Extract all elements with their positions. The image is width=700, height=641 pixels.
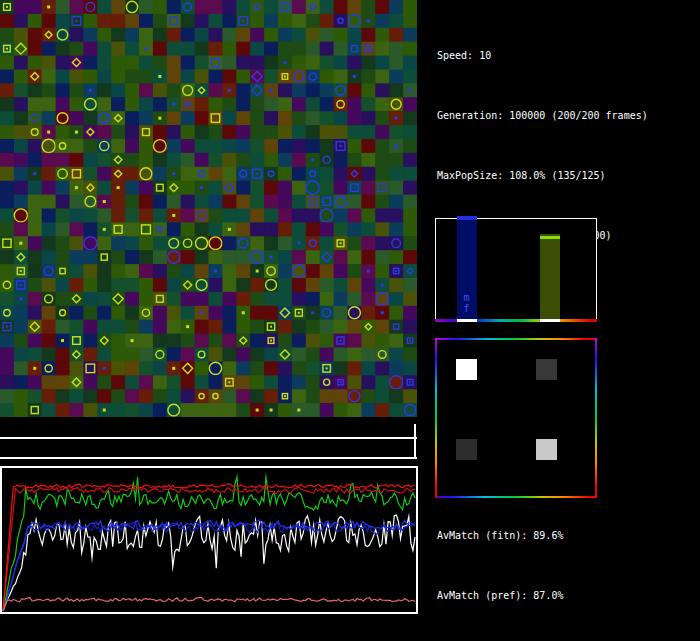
timeseries-canvas	[2, 468, 416, 612]
histogram-axis-marker-male	[457, 319, 477, 322]
stat-avmatch-pref: AvMatch (pref): 87.0%	[437, 586, 648, 606]
simulation-window: Speed: 10 Generation: 100000 (200/200 fr…	[0, 0, 700, 641]
matrix-border-top	[435, 338, 597, 340]
matrix-border-right	[595, 338, 597, 498]
stat-speed: Speed: 10	[437, 46, 648, 66]
histogram-hue-axis	[435, 319, 597, 322]
histogram-bar-female	[540, 234, 560, 319]
matrix-border-left	[435, 338, 437, 498]
frame-strip-bottom-border	[0, 457, 417, 459]
stat-generation: Generation: 100000 (200/200 frames)	[437, 106, 648, 126]
matrix-cell-10	[456, 439, 477, 460]
match-matrix-panel	[435, 338, 597, 498]
histogram-bar-male: m f	[457, 216, 477, 319]
stats-panel: Speed: 10 Generation: 100000 (200/200 fr…	[437, 6, 648, 641]
histogram-bar-label: m f	[457, 292, 477, 314]
matrix-cell-11	[536, 439, 557, 460]
sex-ratio-histogram: m f	[435, 218, 597, 320]
matrix-cell-01	[536, 359, 557, 380]
matrix-cell-00	[456, 359, 477, 380]
frame-progress-marker	[414, 424, 416, 459]
histogram-axis-marker-female	[540, 319, 560, 322]
histogram-bar-female-cap	[540, 236, 560, 239]
stat-maxpopsize: MaxPopSize: 108.0% (135/125)	[437, 166, 648, 186]
frame-strip-top-border	[0, 437, 417, 439]
histogram-bar-male-cap	[457, 216, 477, 220]
stat-avmatch-fitn: AvMatch (fitn): 89.6%	[437, 526, 648, 546]
population-grid-canvas[interactable]	[0, 0, 417, 417]
timeseries-panel	[0, 466, 418, 614]
matrix-border-bottom	[435, 496, 597, 498]
